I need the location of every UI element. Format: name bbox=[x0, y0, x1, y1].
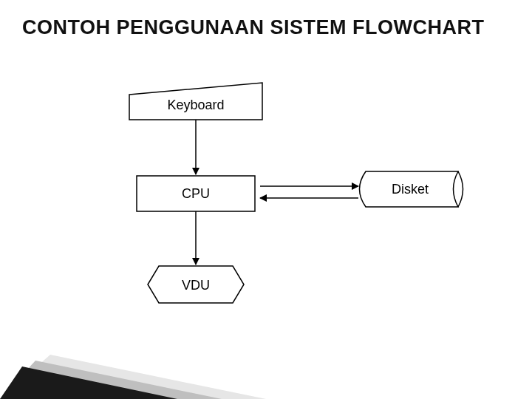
label-disket: Disket bbox=[392, 182, 429, 197]
label-vdu: VDU bbox=[182, 278, 210, 293]
node-vdu: VDU bbox=[148, 266, 244, 303]
label-cpu: CPU bbox=[182, 186, 210, 201]
node-keyboard: Keyboard bbox=[129, 83, 262, 120]
node-cpu: CPU bbox=[137, 176, 255, 211]
node-disket: Disket bbox=[360, 171, 463, 207]
arrow-cpu-disket bbox=[260, 186, 358, 198]
flowchart: Keyboard CPU Disket VDU bbox=[0, 0, 532, 399]
decorative-wedge bbox=[0, 355, 266, 399]
label-keyboard: Keyboard bbox=[167, 98, 224, 112]
